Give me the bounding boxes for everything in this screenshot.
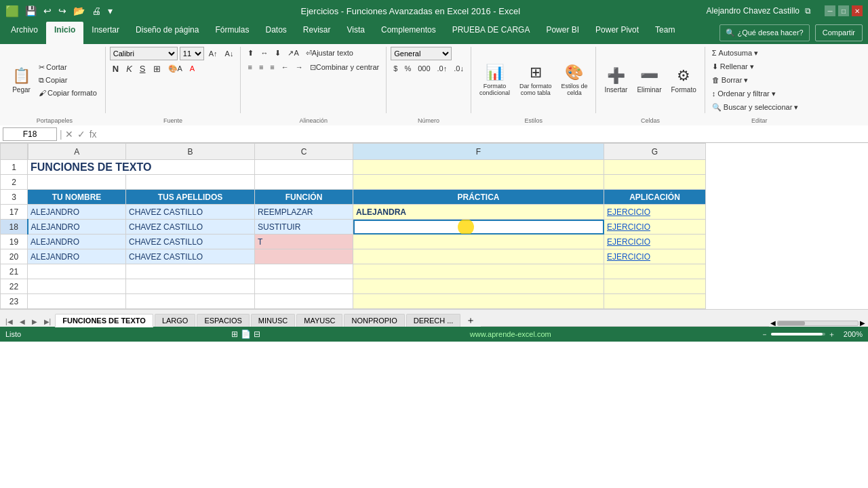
cell-styles-btn[interactable]: 🎨 Estilos decelda <box>557 61 591 99</box>
tab-next-btn[interactable]: ▶ <box>29 317 40 327</box>
add-sheet-btn[interactable]: ＋ <box>462 314 479 327</box>
cell-f20[interactable] <box>353 249 604 264</box>
tab-revisar[interactable]: Revisar <box>295 22 339 44</box>
number-format-selector[interactable]: General <box>391 47 452 60</box>
confirm-formula-btn[interactable]: ✓ <box>77 129 85 140</box>
tab-first-btn[interactable]: |◀ <box>3 317 16 327</box>
cell-b22[interactable] <box>126 279 255 294</box>
cell-b23[interactable] <box>126 294 255 309</box>
cell-c21[interactable] <box>255 264 353 279</box>
cell-a21[interactable] <box>28 264 126 279</box>
cell-b17[interactable]: CHAVEZ CASTILLO <box>126 205 255 220</box>
cell-c2[interactable] <box>255 175 353 190</box>
cell-b2[interactable] <box>126 175 255 190</box>
tab-complementos[interactable]: Complementos <box>373 22 444 44</box>
tab-formulas[interactable]: Fórmulas <box>207 22 257 44</box>
comma-btn[interactable]: 000 <box>415 62 433 75</box>
dec-decrease-btn[interactable]: .0↓ <box>451 62 467 75</box>
cell-g18[interactable]: EJERCICIO <box>604 220 706 235</box>
tab-largo[interactable]: LARGO <box>155 314 196 327</box>
ejercicio-link-20[interactable]: EJERCICIO <box>607 252 650 262</box>
cell-a20[interactable]: ALEJANDRO <box>28 249 126 264</box>
cell-f1[interactable] <box>353 160 604 175</box>
zoom-in-btn[interactable]: ＋ <box>828 329 835 340</box>
insert-btn[interactable]: ➕ Insertar <box>600 62 631 98</box>
cell-b18[interactable]: CHAVEZ CASTILLO <box>126 220 255 235</box>
tab-inicio[interactable]: Inicio <box>46 22 83 44</box>
cell-b3[interactable]: TUS APELLIDOS <box>126 190 255 205</box>
cell-a3[interactable]: TU NOMBRE <box>28 190 126 205</box>
cell-b20[interactable]: CHAVEZ CASTILLO <box>126 249 255 264</box>
undo-btn[interactable]: ↩ <box>41 4 54 18</box>
tab-prueba[interactable]: PRUEBA DE CARGA <box>444 22 538 44</box>
ejercicio-link-19[interactable]: EJERCICIO <box>607 237 650 247</box>
align-right-btn[interactable]: ≡ <box>267 61 277 73</box>
print-btn[interactable]: 🖨 <box>90 4 103 18</box>
tab-team[interactable]: Team <box>647 22 683 44</box>
search-field[interactable]: 🔍 ¿Qué desea hacer? <box>719 24 809 41</box>
cell-c18[interactable]: SUSTITUIR <box>255 220 353 235</box>
sort-filter-btn[interactable]: ↕ Ordenar y filtrar ▾ <box>709 87 778 100</box>
cancel-formula-btn[interactable]: ✕ <box>65 129 73 140</box>
percent-btn[interactable]: % <box>401 62 414 75</box>
merge-center-btn[interactable]: ⊡Combinar y centrar <box>307 61 382 73</box>
cell-g21[interactable] <box>604 264 706 279</box>
cell-f17[interactable]: ALEJANDRA <box>353 205 604 220</box>
find-select-btn[interactable]: 🔍 Buscar y seleccionar ▾ <box>709 101 802 113</box>
cut-btn[interactable]: ✂ Cortar <box>36 61 100 73</box>
cell-a22[interactable] <box>28 279 126 294</box>
cell-g17[interactable]: EJERCICIO <box>604 205 706 220</box>
align-center-btn[interactable]: ≡ <box>256 61 266 73</box>
cell-f23[interactable] <box>353 294 604 309</box>
scroll-left-btn[interactable]: ◀ <box>770 319 776 327</box>
cell-reference-box[interactable] <box>3 127 57 141</box>
fill-btn[interactable]: ⬇ Rellenar ▾ <box>709 60 757 73</box>
cell-a23[interactable] <box>28 294 126 309</box>
align-top-btn[interactable]: ⬆ <box>245 47 256 59</box>
tab-minusc[interactable]: MINUSC <box>251 314 295 327</box>
tab-prev-btn[interactable]: ◀ <box>17 317 28 327</box>
delete-btn[interactable]: ➖ Eliminar <box>633 62 665 98</box>
open-btn[interactable]: 📂 <box>71 4 87 18</box>
tab-last-btn[interactable]: ▶| <box>41 317 54 327</box>
font-selector[interactable]: Calibri <box>110 47 178 60</box>
share-btn[interactable]: Compartir <box>815 24 863 41</box>
paste-btn[interactable]: 📋 Pegar <box>8 62 35 98</box>
close-btn[interactable]: ✕ <box>852 5 863 16</box>
cell-f19[interactable] <box>353 235 604 249</box>
format-as-table-btn[interactable]: ⊞ Dar formatocomo tabla <box>515 61 556 99</box>
formula-input[interactable] <box>100 128 865 140</box>
qat-more-btn[interactable]: ▾ <box>106 4 115 18</box>
indent-more-btn[interactable]: → <box>293 61 306 73</box>
scroll-right-btn[interactable]: ▶ <box>860 319 865 327</box>
align-middle-btn[interactable]: ↔ <box>258 47 271 59</box>
col-header-f[interactable]: F <box>353 144 604 160</box>
tab-nonpropio[interactable]: NONPROPIO <box>344 314 404 327</box>
cell-g3[interactable]: APLICACIÓN <box>604 190 706 205</box>
col-header-a[interactable]: A <box>28 144 126 160</box>
tab-powerbi[interactable]: Power BI <box>538 22 587 44</box>
tab-mayusc[interactable]: MAYUSC <box>296 314 342 327</box>
italic-btn[interactable]: K <box>123 62 135 75</box>
clear-btn[interactable]: 🗑 Borrar ▾ <box>709 74 751 86</box>
normal-view-btn[interactable]: ⊞ <box>231 329 238 339</box>
cell-f21[interactable] <box>353 264 604 279</box>
page-layout-btn[interactable]: 📄 <box>241 329 251 339</box>
save-btn[interactable]: 💾 <box>23 4 39 18</box>
tab-datos[interactable]: Datos <box>257 22 294 44</box>
cell-a18[interactable]: ALEJANDRO <box>28 220 126 235</box>
currency-btn[interactable]: $ <box>391 62 400 75</box>
format-painter-btn[interactable]: 🖌 Copiar formato <box>36 87 100 99</box>
format-btn[interactable]: ⚙ Formato <box>667 62 701 98</box>
align-left-btn[interactable]: ≡ <box>245 61 254 73</box>
cell-g23[interactable] <box>604 294 706 309</box>
bold-btn[interactable]: N <box>110 62 121 75</box>
page-break-btn[interactable]: ⊟ <box>254 329 260 339</box>
cell-f2[interactable] <box>353 175 604 190</box>
maximize-btn[interactable]: □ <box>838 5 849 16</box>
dec-increase-btn[interactable]: .0↑ <box>435 62 450 75</box>
ejercicio-link-18[interactable]: EJERCICIO <box>607 222 650 232</box>
cell-c1[interactable] <box>255 160 353 175</box>
autosum-btn[interactable]: Σ Autosuma ▾ <box>709 47 761 59</box>
cell-a1[interactable]: FUNCIONES DE TEXTO <box>28 160 255 175</box>
